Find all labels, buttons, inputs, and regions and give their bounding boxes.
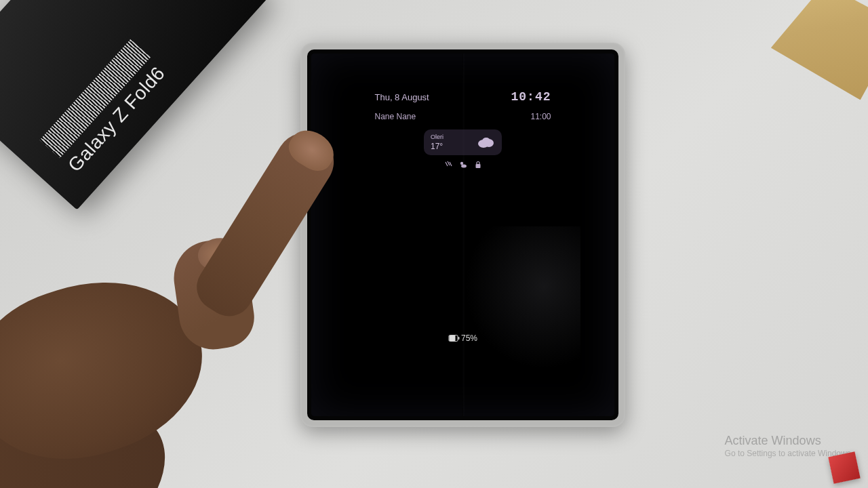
weather-location: Oleri [431,134,443,140]
phone-screen[interactable]: Thu, 8 August 10:42 Nane Nane 11:00 Oler… [307,49,618,420]
battery-indicator: 75% [448,333,477,343]
aod-event-name: Nane Nane [375,112,416,121]
always-on-display[interactable]: Thu, 8 August 10:42 Nane Nane 11:00 Oler… [375,90,551,169]
battery-percent: 75% [461,333,477,343]
phone-device-frame: Thu, 8 August 10:42 Nane Nane 11:00 Oler… [300,43,625,427]
screen-reflection [458,226,580,375]
aod-date: Thu, 8 August [375,92,429,102]
lock-icon [474,161,482,169]
battery-fill [449,336,455,341]
partly-cloudy-icon [459,161,467,169]
svg-point-2 [482,138,490,144]
svg-point-3 [460,162,462,165]
aod-clock: 10:42 [511,90,551,104]
svg-rect-5 [475,164,480,168]
wooden-block [765,0,868,106]
watermark-title: Activate Windows [725,433,853,449]
red-object [828,451,860,483]
desk-surface: Galaxy Z Fold6 Thu, 8 August 10:42 Nane … [0,0,868,488]
aod-event-time: 11:00 [530,112,551,121]
weather-widget[interactable]: Oleri 17° [424,129,502,155]
rain-icon [444,161,452,169]
notification-icons-row [375,161,551,169]
cloud-icon [476,136,495,148]
weather-temperature: 17° [431,142,443,151]
battery-icon [448,335,458,342]
product-box: Galaxy Z Fold6 [0,0,268,210]
svg-point-4 [461,165,467,168]
